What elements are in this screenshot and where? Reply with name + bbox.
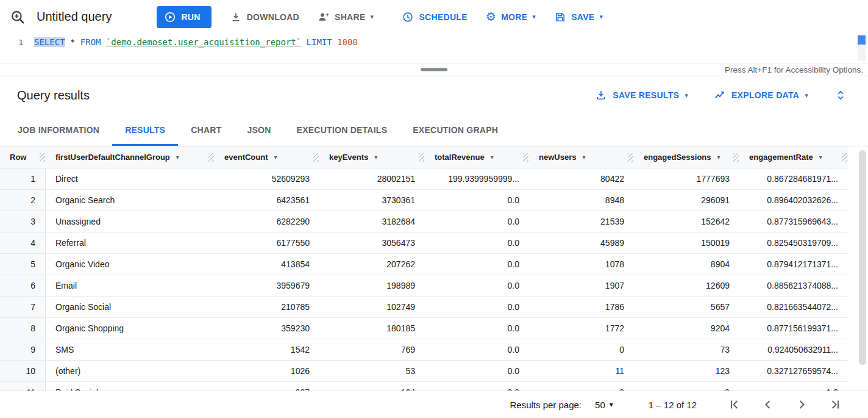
column-resize-handle[interactable] <box>40 153 45 162</box>
sql-table-reference[interactable]: `demo.demoset.user_acquisition_report` <box>106 37 301 47</box>
table-row: 9SMS15427690.00730.924050632911... <box>0 339 848 361</box>
panel-resize-handle[interactable] <box>421 68 447 71</box>
table-cell: 0.877315969643... <box>739 211 848 232</box>
table-cell: 0.896402032626... <box>739 190 848 211</box>
table-cell: 0.0 <box>425 211 529 232</box>
scrollbar-thumb[interactable] <box>859 150 866 365</box>
pagination-range: 1 – 12 of 12 <box>649 400 697 410</box>
table-cell: 6177550 <box>215 232 319 253</box>
row-number-cell: 8 <box>0 318 46 339</box>
column-header-keyevents[interactable]: keyEvents▾ <box>319 146 425 168</box>
table-cell: 21539 <box>529 211 634 232</box>
expand-collapse-panel-button[interactable] <box>834 88 847 102</box>
table-cell: 1907 <box>529 275 634 296</box>
tab-json[interactable]: JSON <box>234 114 283 146</box>
column-header-row[interactable]: Row <box>0 146 46 168</box>
column-menu-caret-icon[interactable]: ▾ <box>582 154 585 160</box>
column-label: Row <box>10 153 26 162</box>
sql-code-line[interactable]: SELECT * FROM `demo.demoset.user_acquisi… <box>34 34 358 63</box>
table-cell: 8948 <box>529 190 634 211</box>
column-menu-caret-icon[interactable]: ▾ <box>176 154 179 160</box>
save-button[interactable]: SAVE ▾ <box>554 11 603 23</box>
column-menu-caret-icon[interactable]: ▾ <box>274 154 277 160</box>
column-header-eventcount[interactable]: eventCount▾ <box>215 146 319 168</box>
previous-page-button[interactable] <box>761 397 775 412</box>
column-menu-caret-icon[interactable]: ▾ <box>374 154 377 160</box>
sql-editor[interactable]: 1 SELECT * FROM `demo.demoset.user_acqui… <box>0 34 868 63</box>
tab-results[interactable]: RESULTS <box>112 114 178 146</box>
table-cell: 0.879412171371... <box>739 254 848 275</box>
column-resize-handle[interactable] <box>842 153 847 162</box>
table-row: 1Direct5260929328002151199.9399959999...… <box>0 168 848 190</box>
schedule-button[interactable]: SCHEDULE <box>402 11 467 23</box>
column-resize-handle[interactable] <box>628 153 633 162</box>
table-cell: 0.0 <box>425 190 529 211</box>
table-cell: Unassigned <box>46 211 215 232</box>
explore-data-label: EXPLORE DATA <box>731 90 799 100</box>
tab-execution-details[interactable]: EXECUTION DETAILS <box>284 114 400 146</box>
table-cell: 1.0 <box>739 382 848 391</box>
table-cell: 296091 <box>634 190 739 211</box>
table-cell: Organic Shopping <box>46 318 215 339</box>
table-row: 10(other)1026530.0111230.327127659574... <box>0 361 848 382</box>
table-cell: 0.0 <box>425 339 529 360</box>
column-resize-handle[interactable] <box>208 153 214 162</box>
column-header-newusers[interactable]: newUsers▾ <box>529 146 634 168</box>
column-header-engagedsessions[interactable]: engagedSessions▾ <box>634 146 739 168</box>
column-resize-handle[interactable] <box>733 153 739 162</box>
table-cell: Organic Search <box>46 190 215 211</box>
table-cell: 3182684 <box>319 211 425 232</box>
table-cell: 769 <box>319 339 425 360</box>
column-resize-handle[interactable] <box>313 153 319 162</box>
person-add-icon <box>318 11 330 23</box>
next-page-button[interactable] <box>794 397 809 412</box>
table-cell: 180185 <box>319 318 425 339</box>
table-cell: Direct <box>46 168 215 189</box>
download-label: DOWNLOAD <box>247 12 299 22</box>
download-icon <box>230 11 242 23</box>
per-page-value: 50 <box>595 400 605 410</box>
column-menu-caret-icon[interactable]: ▾ <box>819 154 822 160</box>
table-cell: 0.0 <box>425 254 529 275</box>
column-menu-caret-icon[interactable]: ▾ <box>491 154 494 160</box>
column-menu-caret-icon[interactable]: ▾ <box>717 154 720 160</box>
column-label: newUsers <box>539 153 576 162</box>
results-table-body: 1Direct5260929328002151199.9399959999...… <box>0 168 868 391</box>
results-per-page-select[interactable]: 50 ▾ <box>595 400 613 410</box>
more-button[interactable]: ⚙ MORE ▾ <box>486 11 536 23</box>
table-cell: 1777693 <box>634 168 739 189</box>
column-resize-handle[interactable] <box>523 153 528 162</box>
row-number-cell: 3 <box>0 211 46 232</box>
column-resize-handle[interactable] <box>419 153 424 162</box>
table-cell: 0.825450319709... <box>739 232 848 253</box>
column-label: firstUserDefaultChannelGroup <box>55 153 170 162</box>
play-circle-icon <box>164 11 176 23</box>
table-cell: 102749 <box>319 297 425 317</box>
sql-keyword-from: FROM <box>80 37 101 47</box>
tab-chart[interactable]: CHART <box>178 114 234 146</box>
save-results-icon <box>595 89 607 101</box>
run-button[interactable]: RUN <box>157 6 211 28</box>
table-cell: 73 <box>634 339 739 360</box>
table-cell: 152642 <box>634 211 739 232</box>
save-results-button[interactable]: SAVE RESULTS ▾ <box>595 89 688 101</box>
tab-execution-graph[interactable]: EXECUTION GRAPH <box>400 114 511 146</box>
table-cell: 0.0 <box>425 318 529 339</box>
download-button[interactable]: DOWNLOAD <box>230 11 299 23</box>
query-toolbar: Untitled query RUN DOWNLOAD <box>0 0 868 34</box>
query-title-group: Untitled query <box>10 9 112 25</box>
column-header-totalrevenue[interactable]: totalRevenue▾ <box>425 146 529 168</box>
editor-scrollbar[interactable] <box>858 35 866 61</box>
table-cell: Referral <box>46 232 215 253</box>
row-number-cell: 2 <box>0 190 46 211</box>
table-vertical-scrollbar[interactable] <box>859 148 866 389</box>
table-cell: 0.924050632911... <box>739 339 848 360</box>
column-header-engagementrate[interactable]: engagementRate▾ <box>739 146 848 168</box>
first-page-button[interactable] <box>727 397 742 412</box>
table-row: 3Unassigned628229031826840.0215391526420… <box>0 211 848 232</box>
explore-data-button[interactable]: EXPLORE DATA ▾ <box>714 89 808 101</box>
tab-job-information[interactable]: JOB INFORMATION <box>5 114 112 146</box>
share-button[interactable]: SHARE ▾ <box>318 11 374 23</box>
column-header-firstuserdefaultchannelgroup[interactable]: firstUserDefaultChannelGroup▾ <box>46 146 215 168</box>
last-page-button[interactable] <box>828 397 842 412</box>
